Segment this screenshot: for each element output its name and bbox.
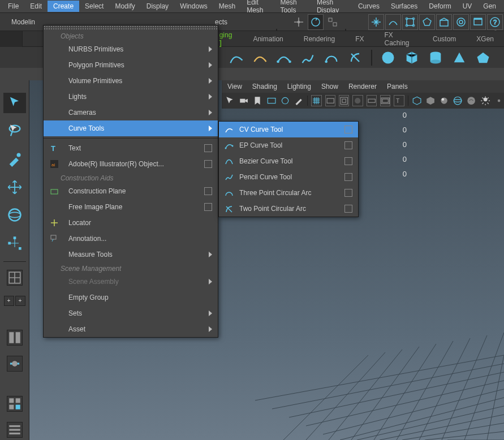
menu-deform[interactable]: Deform bbox=[423, 1, 456, 12]
pane-add-left[interactable]: + bbox=[4, 296, 14, 306]
vp-grid-icon[interactable] bbox=[311, 95, 321, 106]
curve-cv-icon[interactable] bbox=[229, 50, 244, 66]
curve-pencil-icon[interactable] bbox=[300, 50, 316, 66]
menu-annotation[interactable]: Annotation... bbox=[44, 231, 218, 247]
submenu-three-point-arc[interactable]: Three Point Circular Arc bbox=[219, 185, 358, 201]
lasso-tool[interactable] bbox=[3, 121, 26, 141]
vp-camera-icon[interactable] bbox=[239, 95, 249, 106]
vp-resolution-gate-icon[interactable] bbox=[339, 95, 349, 106]
menu-sets[interactable]: Sets bbox=[44, 305, 218, 321]
vp-grease-pencil-icon[interactable] bbox=[294, 95, 304, 106]
menu-lights[interactable]: Lights bbox=[44, 89, 218, 105]
rotate-tool[interactable] bbox=[3, 205, 26, 226]
menu-file[interactable]: File bbox=[2, 1, 24, 12]
menu-measure-tools[interactable]: Measure Tools bbox=[44, 247, 218, 262]
tab-fx[interactable]: FX bbox=[345, 32, 374, 46]
menu-curve-tools[interactable]: Curve Tools bbox=[44, 120, 218, 136]
menu-locator[interactable]: Locator bbox=[44, 215, 218, 231]
vp-safe-title-icon[interactable]: T bbox=[394, 95, 404, 106]
vp-gate-mask-icon[interactable] bbox=[352, 95, 363, 106]
curve-arc3-icon[interactable] bbox=[324, 50, 339, 66]
single-pane-icon[interactable] bbox=[7, 270, 23, 286]
pane-add-right[interactable]: + bbox=[15, 296, 25, 306]
menu-curves[interactable]: Curves bbox=[352, 1, 385, 12]
select-tool[interactable] bbox=[3, 93, 26, 113]
tab-fxcaching[interactable]: FX Caching bbox=[374, 28, 423, 50]
menu-volume-primitives[interactable]: Volume Primitives bbox=[44, 73, 218, 89]
menu-gen[interactable]: Gen bbox=[477, 1, 502, 12]
curve-ep-icon[interactable] bbox=[252, 50, 268, 66]
menu-illustrator[interactable]: aiAdobe(R) Illustrator(R) Object... bbox=[44, 156, 218, 172]
submenu-two-point-arc[interactable]: Two Point Circular Arc bbox=[219, 201, 358, 217]
menu-uv[interactable]: UV bbox=[457, 1, 478, 12]
menu-mesh[interactable]: Mesh bbox=[213, 1, 241, 12]
render-icon[interactable] bbox=[470, 14, 486, 30]
menu-display[interactable]: Display bbox=[141, 1, 174, 12]
tab-scroll-left[interactable] bbox=[0, 31, 23, 47]
vp-menu-view[interactable]: View bbox=[227, 83, 242, 90]
torus-icon[interactable] bbox=[475, 50, 491, 66]
menu-edit[interactable]: Edit bbox=[24, 1, 48, 12]
snap-scale-icon[interactable] bbox=[325, 14, 341, 30]
vp-film-gate-icon[interactable] bbox=[325, 95, 335, 106]
menu-empty-group[interactable]: Empty Group bbox=[44, 290, 218, 305]
menu-polygon-primitives[interactable]: Polygon Primitives bbox=[44, 57, 218, 73]
tab-xgen[interactable]: XGen bbox=[466, 32, 504, 46]
layout-grid-icon[interactable] bbox=[7, 396, 23, 412]
vp-menu-show[interactable]: Show bbox=[321, 83, 338, 90]
vp-menu-panels[interactable]: Panels bbox=[387, 83, 408, 90]
vp-select-camera-icon[interactable] bbox=[225, 95, 235, 106]
vp-wireframe-on-shaded-icon[interactable] bbox=[453, 95, 463, 106]
help-icon[interactable]: ? bbox=[487, 14, 503, 30]
menu-surfaces[interactable]: Surfaces bbox=[385, 1, 423, 12]
menu-text[interactable]: TText bbox=[44, 140, 218, 156]
menu-free-image-plane[interactable]: Free Image Plane bbox=[44, 199, 218, 215]
snap-move-icon[interactable] bbox=[291, 14, 307, 30]
vp-safe-action-icon[interactable] bbox=[380, 95, 390, 106]
vp-shadows-icon[interactable] bbox=[494, 95, 504, 106]
layout-vertical-icon[interactable] bbox=[7, 330, 23, 346]
menu-construction-plane[interactable]: Construction Plane bbox=[44, 183, 218, 199]
submenu-pencil-curve[interactable]: Pencil Curve Tool bbox=[219, 169, 358, 185]
vp-use-all-lights-icon[interactable] bbox=[480, 95, 490, 106]
menu-modify[interactable]: Modify bbox=[109, 1, 140, 12]
curve-arc2-icon[interactable] bbox=[347, 50, 363, 66]
curve-bezier-icon[interactable] bbox=[276, 50, 292, 66]
paint-select-tool[interactable] bbox=[3, 149, 26, 169]
vp-menu-lighting[interactable]: Lighting bbox=[287, 83, 311, 90]
submenu-cv-curve[interactable]: CV Curve Tool bbox=[219, 122, 358, 137]
vp-smooth-shade-icon[interactable] bbox=[425, 95, 436, 106]
vp-textured-icon[interactable] bbox=[466, 95, 476, 106]
vp-use-default-material-icon[interactable] bbox=[439, 95, 449, 106]
vp-menu-shading[interactable]: Shading bbox=[252, 83, 277, 90]
submenu-ep-curve[interactable]: EP Curve Tool bbox=[219, 137, 358, 153]
menu-tear-off-handle[interactable] bbox=[44, 25, 218, 30]
vp-field-chart-icon[interactable] bbox=[367, 95, 377, 106]
sphere-icon[interactable] bbox=[380, 50, 396, 66]
move-tool[interactable] bbox=[3, 177, 26, 197]
menu-nurbs-primitives[interactable]: NURBS Primitives bbox=[44, 41, 218, 57]
menu-scene-assembly[interactable]: Scene Assembly bbox=[44, 274, 218, 290]
submenu-bezier-curve[interactable]: Bezier Curve Tool bbox=[219, 153, 358, 169]
vp-menu-renderer[interactable]: Renderer bbox=[348, 83, 377, 90]
menu-cameras[interactable]: Cameras bbox=[44, 105, 218, 120]
tab-custom[interactable]: Custom bbox=[423, 32, 466, 46]
layout-settings-icon[interactable] bbox=[7, 422, 23, 438]
vp-image-plane-icon[interactable] bbox=[266, 95, 277, 106]
vp-2d-pan-icon[interactable] bbox=[280, 95, 290, 106]
scale-tool[interactable] bbox=[3, 233, 26, 253]
menu-asset[interactable]: Asset bbox=[44, 321, 218, 337]
layout-slider-icon[interactable] bbox=[7, 356, 23, 372]
snap-plane-icon[interactable] bbox=[436, 14, 452, 30]
snap-live-icon[interactable] bbox=[453, 14, 469, 30]
menu-windows[interactable]: Windows bbox=[174, 1, 213, 12]
tab-animation[interactable]: Animation bbox=[243, 32, 293, 46]
cylinder-icon[interactable] bbox=[428, 50, 443, 66]
cube-icon[interactable] bbox=[404, 50, 420, 66]
menu-select[interactable]: Select bbox=[79, 1, 109, 12]
snap-rotate-icon[interactable] bbox=[308, 14, 324, 30]
cone-icon[interactable] bbox=[451, 50, 467, 66]
menu-create[interactable]: Create bbox=[48, 1, 79, 12]
tab-rendering[interactable]: Rendering bbox=[294, 32, 345, 46]
vp-bookmark-icon[interactable] bbox=[252, 95, 262, 106]
